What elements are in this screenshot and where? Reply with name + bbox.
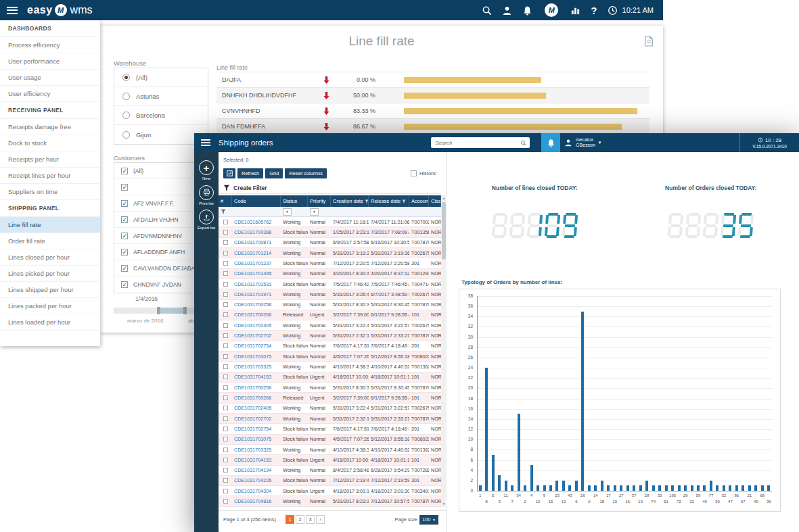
order-code-link[interactable]: CDE1031702754: [232, 426, 281, 432]
filter-cell[interactable]: [219, 207, 232, 216]
order-code-link[interactable]: CDE1031701237: [232, 260, 281, 266]
order-code-link[interactable]: CDE1031704153: [232, 457, 281, 463]
order-code-link[interactable]: CDE1031700871: [232, 239, 281, 245]
alerts-button[interactable]: [541, 133, 560, 152]
sidebar-item-user-usage[interactable]: User usage: [0, 70, 100, 86]
row-checkbox[interactable]: [223, 282, 228, 287]
row-checkbox[interactable]: [223, 240, 228, 245]
checkbox-icon[interactable]: [121, 200, 128, 207]
sidebar-item-receipts-damage-free[interactable]: Receipts damage free: [0, 119, 100, 135]
order-code-link[interactable]: CDE1031701971: [232, 291, 281, 297]
order-row[interactable]: CDE1031704153Stock failureUrgent4/18/201…: [219, 372, 441, 383]
sidebar-item-receipt-lines-per-hour[interactable]: Receipt lines per hour: [0, 168, 100, 184]
row-checkbox[interactable]: [223, 302, 228, 307]
row-checkbox[interactable]: [223, 427, 228, 431]
page-size-select[interactable]: 100 ▼: [419, 515, 438, 525]
window-menu-icon[interactable]: [201, 139, 210, 146]
row-checkbox[interactable]: [223, 448, 228, 452]
order-row[interactable]: CDE1031702405WorkingNormal5/31/2017 3:22…: [219, 320, 441, 331]
page-button[interactable]: 2: [296, 515, 304, 524]
order-row[interactable]: CDE1031700256WorkingNormal5/31/2017 8:30…: [219, 300, 441, 310]
order-row[interactable]: CDE1031701495WorkingNormal4/20/2017 8:30…: [219, 269, 441, 279]
order-row[interactable]: CDE1031704153Stock failureUrgent4/18/201…: [219, 455, 441, 465]
row-checkbox[interactable]: [223, 478, 228, 483]
order-code-link[interactable]: CDE1031701531: [232, 281, 281, 287]
order-row[interactable]: CDE1031702405WorkingNormal5/31/2017 3:22…: [219, 404, 441, 414]
scroll-up-icon[interactable]: ▲: [441, 195, 447, 201]
order-row[interactable]: CDE1031704304Stock failureUrgent4/18/201…: [219, 486, 441, 496]
order-code-link[interactable]: CDE1031704194: [232, 467, 281, 473]
order-code-link[interactable]: CDE1031700388: [232, 229, 281, 235]
filter-cell[interactable]: ▼: [308, 207, 331, 216]
create-filter-button[interactable]: Create Filter: [219, 183, 441, 194]
order-row[interactable]: CDE1031700266ReleasedUrgent3/2/2017 7:39…: [219, 393, 441, 403]
date-slider-range[interactable]: [159, 308, 185, 314]
mecalux-badge-icon[interactable]: M: [545, 3, 558, 17]
radio-icon[interactable]: [122, 74, 130, 81]
row-checkbox[interactable]: [223, 251, 228, 256]
order-row[interactable]: CDE1031700256WorkingNormal5/31/2017 8:30…: [219, 383, 441, 393]
notifications-icon[interactable]: [522, 5, 532, 16]
column-header-release-date[interactable]: Release date: [369, 195, 409, 207]
search-input[interactable]: [431, 140, 520, 146]
filter-cell[interactable]: [409, 207, 429, 216]
order-row[interactable]: CDE1031700266ReleasedUrgent3/2/2017 7:39…: [219, 310, 441, 320]
order-code-link[interactable]: CDE1031702754: [232, 343, 281, 349]
order-row[interactable]: CDE1031703075Stock failureNormal4/5/2017…: [219, 435, 441, 445]
row-checkbox[interactable]: [223, 312, 228, 317]
sidebar-item-lines-loaded-per-hour[interactable]: Lines loaded per hour: [0, 314, 100, 331]
page-button[interactable]: 1: [286, 515, 294, 524]
slider-handle-right[interactable]: [183, 307, 187, 314]
column-header-class[interactable]: Class: [429, 195, 441, 207]
column-header-account[interactable]: Account: [409, 195, 429, 207]
warehouse-option[interactable]: Asturias: [114, 87, 208, 106]
sidebar-item-order-fill-rate[interactable]: Order fill rate: [0, 233, 100, 249]
order-code-link[interactable]: CDE1031700266: [232, 395, 281, 401]
order-row[interactable]: CDE1031605762WorkingNormal7/4/2017 11:18…: [219, 217, 441, 227]
row-checkbox[interactable]: [223, 343, 228, 348]
sidebar-item-user-efficiency[interactable]: User efficiency: [0, 86, 100, 102]
order-row[interactable]: CDE1031704816WorkingNormal5/31/2017 8:23…: [219, 496, 441, 506]
sidebar-item-suppliers-on-time[interactable]: Suppliers on time: [0, 184, 100, 200]
order-code-link[interactable]: CDE1031605762: [232, 219, 281, 225]
row-checkbox[interactable]: [223, 489, 228, 493]
order-code-link[interactable]: CDE1031703075: [232, 354, 281, 360]
order-row[interactable]: CDE1031703325WorkingNormal4/10/2017 4:38…: [219, 362, 441, 372]
row-checkbox[interactable]: [223, 406, 228, 410]
sidebar-item-dock-to-stock[interactable]: Dock to stock: [0, 135, 100, 151]
historic-checkbox[interactable]: [411, 170, 417, 176]
order-code-link[interactable]: CDE1031702405: [232, 405, 281, 411]
order-row[interactable]: CDE1031700388Stock failureNormal1/25/201…: [219, 227, 441, 237]
order-row[interactable]: CDE1031702702WorkingNormal5/31/2017 2:32…: [219, 331, 441, 341]
scroll-down-icon[interactable]: ▼: [441, 501, 447, 507]
order-row[interactable]: CDE1031702754Stock failureNormal7/6/2017…: [219, 341, 441, 352]
checkbox-icon[interactable]: [121, 233, 128, 239]
export-list-button[interactable]: [199, 210, 214, 224]
order-code-link[interactable]: CDE1031701495: [232, 270, 281, 276]
dashboards-icon[interactable]: [570, 5, 580, 16]
sidebar-item-line-fill-rate[interactable]: Line fill rate: [0, 217, 100, 233]
sidebar-item-user-performance[interactable]: User performance: [0, 53, 100, 70]
print-list-button[interactable]: [199, 185, 214, 200]
column-header--[interactable]: #: [219, 195, 232, 207]
radio-icon[interactable]: [122, 93, 130, 100]
order-code-link[interactable]: CDE1031704153: [232, 374, 281, 380]
checkbox-icon[interactable]: [121, 184, 128, 191]
export-report-icon[interactable]: [644, 36, 654, 47]
search-box[interactable]: [431, 137, 530, 148]
order-code-link[interactable]: CDE1031704816: [232, 498, 281, 504]
refresh-button[interactable]: Refresh: [237, 168, 263, 178]
select-button[interactable]: [223, 168, 235, 178]
order-code-link[interactable]: CDE1031701214: [232, 250, 281, 256]
filter-cell[interactable]: [369, 207, 409, 216]
row-checkbox[interactable]: [223, 416, 228, 421]
order-code-link[interactable]: CDE1031703075: [232, 436, 281, 442]
order-row[interactable]: CDE1031704194WorkingNormal8/4/2017 2:58:…: [219, 466, 441, 476]
checkbox-icon[interactable]: [121, 216, 128, 223]
column-header-priority[interactable]: Priority: [308, 195, 331, 207]
row-checkbox[interactable]: [223, 220, 228, 224]
order-code-link[interactable]: CDE1031702702: [232, 416, 281, 422]
historic-toggle[interactable]: Historic: [411, 170, 436, 176]
help-icon[interactable]: ?: [591, 5, 597, 16]
row-checkbox[interactable]: [223, 271, 228, 276]
